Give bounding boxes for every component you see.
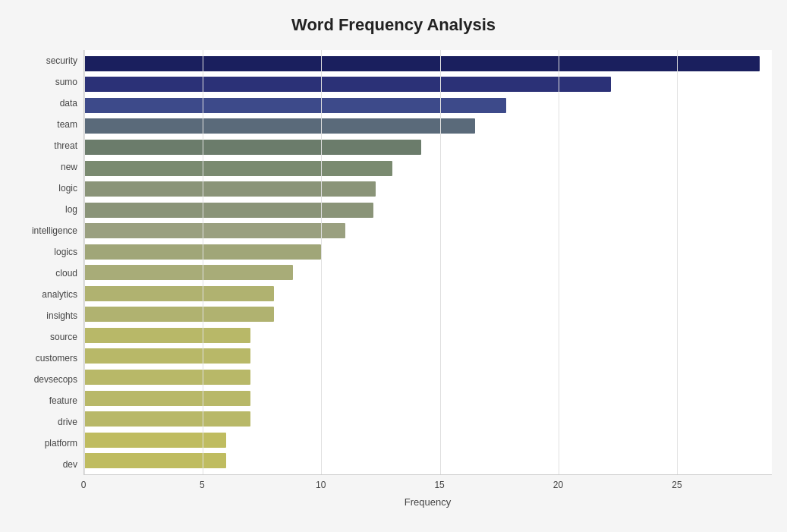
y-label: security xyxy=(46,50,77,71)
bars-section: securitysumodatateamthreatnewlogiclogint… xyxy=(15,50,772,475)
bar-row xyxy=(84,325,772,346)
bar xyxy=(84,411,250,427)
bar-row xyxy=(84,241,772,263)
x-axis: 0510152025 xyxy=(83,475,772,480)
y-label: intelligence xyxy=(32,220,77,241)
bar xyxy=(84,453,226,468)
chart-area: securitysumodatateamthreatnewlogiclogint… xyxy=(15,50,772,476)
bar-row xyxy=(84,408,772,430)
y-label: logic xyxy=(58,178,77,199)
x-tick: 20 xyxy=(553,480,563,490)
y-label: devsecops xyxy=(34,369,77,390)
y-label: data xyxy=(60,93,77,114)
x-tick: 5 xyxy=(200,480,205,490)
bar xyxy=(84,56,760,71)
y-label: new xyxy=(61,156,77,178)
y-label: insights xyxy=(46,305,77,326)
x-tick: 25 xyxy=(672,480,682,490)
bar-row xyxy=(84,95,772,116)
bar xyxy=(84,433,226,448)
x-tick: 0 xyxy=(81,480,87,490)
y-label: customers xyxy=(36,348,77,369)
chart-container: Word Frequency Analysis securitysumodata… xyxy=(0,0,787,532)
x-tick: 10 xyxy=(316,480,326,490)
y-label: cloud xyxy=(55,263,77,284)
bar xyxy=(84,77,611,92)
bar-row xyxy=(84,220,772,241)
bar xyxy=(84,223,345,238)
bar-row xyxy=(84,346,772,367)
bar xyxy=(84,286,274,301)
bar xyxy=(84,244,321,260)
bar-row xyxy=(84,137,772,158)
bar xyxy=(84,348,250,364)
bar-row xyxy=(84,304,772,326)
y-label: dev xyxy=(63,454,77,475)
bar xyxy=(84,161,392,176)
bar-row xyxy=(84,178,772,200)
bar xyxy=(84,203,373,218)
bar xyxy=(84,140,421,155)
bar xyxy=(84,98,506,113)
y-labels: securitysumodatateamthreatnewlogiclogint… xyxy=(15,50,83,475)
y-label: sumo xyxy=(55,71,77,93)
y-label: log xyxy=(65,199,77,220)
bar xyxy=(84,370,250,385)
y-label: source xyxy=(50,326,77,348)
bar xyxy=(84,391,250,406)
bar-row xyxy=(84,262,772,283)
y-label: drive xyxy=(58,411,77,433)
bar-row xyxy=(84,53,772,74)
bar-row xyxy=(84,200,772,221)
bar xyxy=(84,328,250,343)
y-label: analytics xyxy=(42,284,77,305)
y-label: platform xyxy=(45,433,77,454)
x-tick: 15 xyxy=(434,480,444,490)
bar xyxy=(84,181,376,197)
y-label: team xyxy=(57,114,77,135)
bar-row xyxy=(84,158,772,179)
y-label: logics xyxy=(54,241,77,263)
y-label: feature xyxy=(49,390,77,411)
y-label: threat xyxy=(54,135,77,156)
x-axis-label: Frequency xyxy=(83,496,772,508)
chart-title: Word Frequency Analysis xyxy=(15,15,772,35)
bar xyxy=(84,118,475,134)
bar-row xyxy=(84,283,772,304)
bar-row xyxy=(84,116,772,137)
bar xyxy=(84,265,293,280)
bar-row xyxy=(84,74,772,96)
plot-area xyxy=(83,50,772,475)
bar-row xyxy=(84,430,772,451)
bar xyxy=(84,307,274,322)
bar-row xyxy=(84,367,772,388)
bar-row xyxy=(84,388,772,409)
bar-row xyxy=(84,450,772,471)
